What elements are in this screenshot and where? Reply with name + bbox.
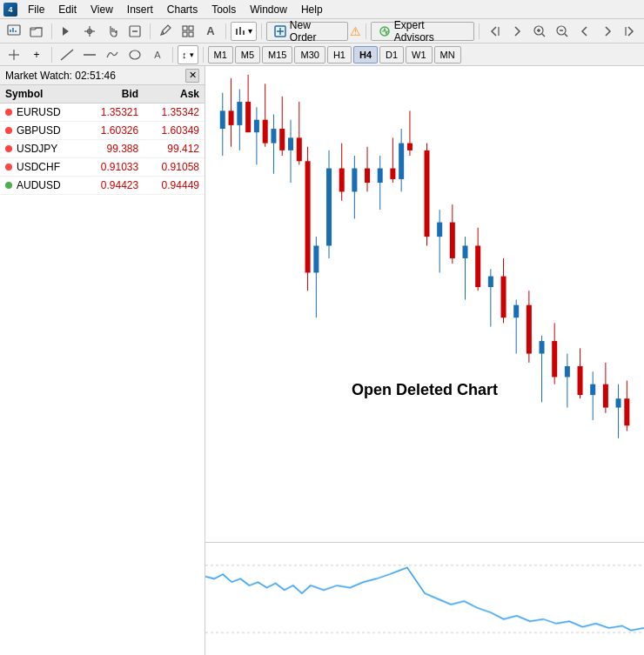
main-chart[interactable]: Open Deleted Chart <box>205 66 644 542</box>
symbol-cell: USDJPY <box>0 140 83 158</box>
symbol-indicator <box>5 164 12 170</box>
svg-line-25 <box>542 34 545 37</box>
col-bid: Bid <box>83 85 144 104</box>
ask-value: 0.94449 <box>144 177 205 195</box>
menu-file[interactable]: File <box>21 2 51 17</box>
sep-tf1 <box>51 47 52 63</box>
menu-window[interactable]: Window <box>243 2 294 17</box>
symbol-name: AUDUSD <box>17 179 61 191</box>
symbol-name: GBPUSD <box>17 124 61 137</box>
chart-right-btn[interactable] <box>597 22 618 41</box>
main-toolbar: A ▾ New Order ⚠ Expert Advisors <box>0 19 644 43</box>
chart-end-btn[interactable] <box>620 22 641 41</box>
zoom-in-btn[interactable] <box>529 22 550 41</box>
zoom-btn[interactable] <box>124 22 145 41</box>
alert-icon: ⚠ <box>350 24 361 38</box>
market-watch-close-btn[interactable]: ✕ <box>185 69 199 83</box>
svg-rect-16 <box>243 30 245 35</box>
hand-tool[interactable] <box>102 22 123 41</box>
symbol-indicator <box>5 109 12 116</box>
symbol-indicator <box>5 182 12 189</box>
tf-h4[interactable]: H4 <box>353 46 378 63</box>
chart-scroll-right[interactable] <box>506 22 527 41</box>
menu-help[interactable]: Help <box>294 2 330 17</box>
market-watch-row[interactable]: GBPUSD 1.60326 1.60349 <box>0 122 205 140</box>
draw-tool[interactable] <box>102 45 123 64</box>
text-label-tool[interactable]: A <box>147 45 168 64</box>
menu-edit[interactable]: Edit <box>51 2 84 17</box>
svg-rect-14 <box>236 29 238 35</box>
timeframe-group: M1 M5 M15 M30 H1 H4 D1 W1 MN <box>208 46 461 63</box>
period-dropdown[interactable]: ↕▾ <box>178 45 198 64</box>
new-order-button[interactable]: New Order <box>266 22 348 41</box>
market-watch-row[interactable]: EURUSD 1.35321 1.35342 <box>0 104 205 122</box>
svg-point-34 <box>130 50 140 59</box>
tf-h1[interactable]: H1 <box>327 46 352 63</box>
indicator-chart <box>205 543 644 655</box>
chart-type-dropdown[interactable]: ▾ <box>231 22 257 41</box>
sep4 <box>261 23 262 39</box>
symbol-name: USDCHF <box>17 161 60 173</box>
menu-bar: 4 File Edit View Insert Charts Tools Win… <box>0 0 644 19</box>
col-ask: Ask <box>144 85 205 104</box>
menu-tools[interactable]: Tools <box>205 2 243 17</box>
open-deleted-label: Open Deleted Chart <box>352 381 498 399</box>
text-tool[interactable]: A <box>200 22 221 41</box>
market-watch-row[interactable]: USDCHF 0.91033 0.91058 <box>0 158 205 177</box>
zoom-out-btn[interactable] <box>552 22 573 41</box>
expert-advisors-label: Expert Advisors <box>394 19 466 43</box>
bid-value: 0.91033 <box>83 158 144 177</box>
svg-rect-10 <box>183 26 187 30</box>
horizontal-line-tool[interactable] <box>79 45 100 64</box>
open-btn[interactable] <box>26 22 47 41</box>
ask-value: 1.60349 <box>144 122 205 140</box>
sep3 <box>225 23 226 39</box>
market-watch-row[interactable]: USDJPY 99.388 99.412 <box>0 140 205 158</box>
bid-value: 99.388 <box>83 140 144 158</box>
tf-mn[interactable]: MN <box>434 46 461 63</box>
sep1 <box>51 23 52 39</box>
menu-charts[interactable]: Charts <box>160 2 205 17</box>
chart-scroll-left[interactable] <box>484 22 505 41</box>
crosshair-tool[interactable] <box>79 22 100 41</box>
tf-m15[interactable]: M15 <box>262 46 292 63</box>
plus-cursor-btn[interactable]: + <box>26 45 47 64</box>
pencil-tool[interactable] <box>155 22 176 41</box>
grid-tool[interactable] <box>178 22 198 41</box>
symbol-indicator <box>5 127 12 134</box>
svg-line-32 <box>61 50 73 60</box>
svg-line-28 <box>565 34 567 37</box>
symbol-indicator <box>5 145 12 152</box>
bid-value: 1.35321 <box>83 104 144 122</box>
bid-value: 0.94423 <box>83 177 144 195</box>
svg-rect-11 <box>189 26 193 30</box>
market-watch-row[interactable]: AUDUSD 0.94423 0.94449 <box>0 177 205 195</box>
app-icon: 4 <box>3 3 17 17</box>
chart-left-btn[interactable] <box>574 22 595 41</box>
svg-rect-0 <box>8 25 20 35</box>
indicator-panel <box>205 542 644 655</box>
new-chart-btn[interactable] <box>3 22 24 41</box>
ellipse-tool[interactable] <box>124 45 145 64</box>
tf-m5[interactable]: M5 <box>235 46 260 63</box>
expert-advisors-button[interactable]: Expert Advisors <box>371 22 474 41</box>
sep-tf2 <box>172 47 173 63</box>
menu-insert[interactable]: Insert <box>120 2 160 17</box>
svg-rect-13 <box>189 32 193 37</box>
sep-tf3 <box>203 47 204 63</box>
crosshair-cursor-btn[interactable] <box>3 45 24 64</box>
menu-view[interactable]: View <box>84 2 120 17</box>
ask-value: 1.35342 <box>144 104 205 122</box>
symbol-cell: GBPUSD <box>0 122 83 140</box>
tf-w1[interactable]: W1 <box>406 46 433 63</box>
drawing-tools-group: + A ↕▾ <box>3 45 206 64</box>
tf-m30[interactable]: M30 <box>294 46 325 63</box>
market-watch-panel: Market Watch: 02:51:46 ✕ Symbol Bid Ask … <box>0 66 205 655</box>
chart-area[interactable]: Open Deleted Chart <box>205 66 644 655</box>
tf-m1[interactable]: M1 <box>208 46 233 63</box>
line-tool[interactable] <box>57 45 77 64</box>
arrow-tool[interactable] <box>57 22 77 41</box>
tf-d1[interactable]: D1 <box>379 46 404 63</box>
ask-value: 99.412 <box>144 140 205 158</box>
market-watch-table: Symbol Bid Ask EURUSD 1.35321 1.35342 GB… <box>0 85 205 195</box>
